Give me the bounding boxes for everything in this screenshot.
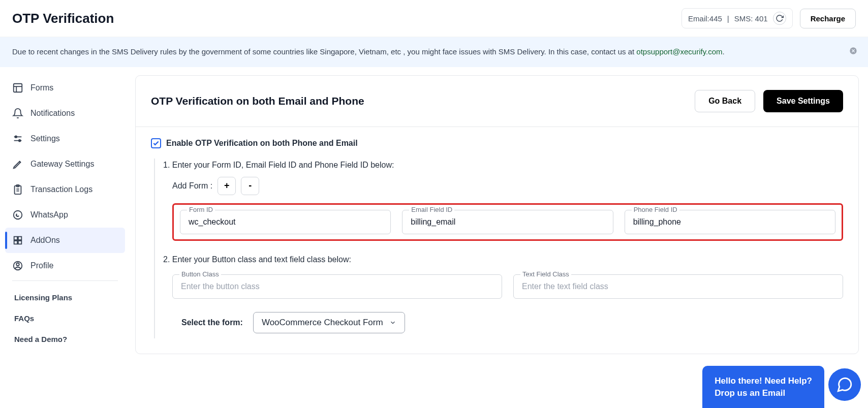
- class-inputs-row: Button Class Text Field Class: [172, 274, 843, 299]
- sidebar-link-faqs[interactable]: FAQs: [5, 308, 125, 329]
- content-card: OTP Verification on both Email and Phone…: [135, 75, 859, 354]
- svg-point-12: [14, 210, 22, 219]
- svg-rect-15: [14, 240, 17, 243]
- layout-icon: [12, 82, 23, 93]
- add-form-label: Add Form :: [172, 181, 212, 191]
- enable-checkbox[interactable]: [151, 138, 161, 148]
- content-area: OTP Verification on both Email and Phone…: [132, 67, 868, 362]
- clipboard-icon: [12, 184, 23, 195]
- pen-icon: [12, 159, 23, 170]
- sidebar-item-notifications[interactable]: Notifications: [5, 101, 125, 126]
- phone-field-label: Phone Field ID: [632, 206, 679, 213]
- button-class-input[interactable]: [172, 274, 502, 299]
- card-header: OTP Verification on both Email and Phone…: [136, 76, 858, 127]
- main-layout: Forms Notifications Settings Gateway Set…: [0, 67, 868, 362]
- email-field-group: Email Field ID: [402, 210, 613, 234]
- page-title: OTP Verification: [12, 11, 114, 26]
- text-class-label: Text Field Class: [520, 270, 571, 278]
- credits-box: Email:445 | SMS: 401: [681, 8, 793, 28]
- remove-form-button[interactable]: -: [241, 177, 259, 195]
- select-form-label: Select the form:: [181, 318, 243, 327]
- form-id-group: Form ID: [180, 210, 391, 234]
- text-class-group: Text Field Class: [513, 274, 843, 299]
- grid-icon: [12, 235, 23, 246]
- sidebar-item-label: Transaction Logs: [30, 185, 92, 194]
- email-field-label: Email Field ID: [409, 206, 454, 213]
- button-class-label: Button Class: [179, 270, 221, 278]
- sidebar-item-label: WhatsApp: [30, 210, 68, 219]
- sidebar-item-settings[interactable]: Settings: [5, 126, 125, 151]
- chevron-down-icon: [389, 319, 396, 326]
- sliders-icon: [12, 133, 23, 144]
- svg-point-18: [16, 263, 19, 266]
- sidebar-divider: [12, 280, 118, 281]
- sidebar-item-logs[interactable]: Transaction Logs: [5, 177, 125, 202]
- sidebar-item-label: Profile: [30, 261, 53, 270]
- svg-rect-14: [18, 236, 21, 239]
- recharge-button[interactable]: Recharge: [800, 9, 856, 28]
- form-id-input[interactable]: [180, 210, 391, 234]
- svg-rect-13: [14, 236, 17, 239]
- select-form-row: Select the form: WooCommerce Checkout Fo…: [181, 312, 843, 333]
- step-2-text: 2. Enter your Button class and text fiel…: [163, 255, 843, 264]
- sidebar-item-label: Gateway Settings: [30, 160, 94, 169]
- sidebar-item-addons[interactable]: AddOns: [5, 228, 125, 253]
- sidebar: Forms Notifications Settings Gateway Set…: [0, 67, 132, 362]
- phone-field-input[interactable]: [625, 210, 835, 234]
- card-title: OTP Verification on both Email and Phone: [151, 95, 364, 107]
- bell-icon: [12, 108, 23, 119]
- save-settings-button[interactable]: Save Settings: [763, 90, 843, 112]
- card-actions: Go Back Save Settings: [695, 90, 843, 112]
- button-class-group: Button Class: [172, 274, 502, 299]
- alert-email-link[interactable]: otpsupport@xecurify.com: [636, 47, 722, 56]
- sidebar-link-licensing[interactable]: Licensing Plans: [5, 287, 125, 308]
- svg-point-7: [19, 139, 21, 141]
- sidebar-item-whatsapp[interactable]: WhatsApp: [5, 202, 125, 228]
- svg-rect-16: [18, 240, 21, 243]
- card-body: Enable OTP Verification on both Phone an…: [136, 127, 858, 354]
- sidebar-item-label: Settings: [30, 134, 60, 143]
- text-class-input[interactable]: [513, 274, 843, 299]
- sidebar-item-label: AddOns: [30, 236, 60, 245]
- sidebar-item-profile[interactable]: Profile: [5, 253, 125, 278]
- email-credits: Email:445: [688, 14, 722, 23]
- sidebar-item-label: Notifications: [30, 109, 75, 118]
- svg-rect-1: [14, 83, 22, 92]
- svg-point-5: [15, 136, 17, 138]
- add-form-row: Add Form : + -: [172, 177, 843, 195]
- sms-credits: SMS: 401: [734, 14, 768, 23]
- phone-field-group: Phone Field ID: [625, 210, 835, 234]
- user-icon: [12, 260, 23, 271]
- close-icon[interactable]: [849, 46, 858, 55]
- enable-row: Enable OTP Verification on both Phone an…: [151, 138, 843, 148]
- alert-banner: Due to recent changes in the SMS Deliver…: [0, 37, 868, 67]
- select-form-dropdown[interactable]: WooCommerce Checkout Form: [253, 312, 405, 333]
- sidebar-item-gateway[interactable]: Gateway Settings: [5, 151, 125, 177]
- form-fields-highlighted: Form ID Email Field ID Phone Field ID: [172, 203, 843, 241]
- credits-divider: |: [727, 14, 729, 23]
- form-section: 1. Enter your Form ID, Email Field ID an…: [154, 159, 843, 338]
- alert-text: Due to recent changes in the SMS Deliver…: [12, 47, 636, 56]
- whatsapp-icon: [12, 209, 23, 221]
- go-back-button[interactable]: Go Back: [695, 90, 755, 112]
- add-form-button[interactable]: +: [218, 177, 236, 195]
- sidebar-link-demo[interactable]: Need a Demo?: [5, 329, 125, 350]
- header-right: Email:445 | SMS: 401 Recharge: [681, 8, 856, 28]
- refresh-icon[interactable]: [773, 12, 786, 25]
- select-form-value: WooCommerce Checkout Form: [262, 318, 383, 328]
- form-id-label: Form ID: [187, 206, 215, 213]
- step-1-text: 1. Enter your Form ID, Email Field ID an…: [163, 161, 843, 170]
- enable-label: Enable OTP Verification on both Phone an…: [166, 139, 358, 148]
- email-field-input[interactable]: [402, 210, 613, 234]
- sidebar-item-label: Forms: [30, 83, 53, 92]
- sidebar-item-forms[interactable]: Forms: [5, 75, 125, 101]
- top-header: OTP Verification Email:445 | SMS: 401 Re…: [0, 0, 868, 37]
